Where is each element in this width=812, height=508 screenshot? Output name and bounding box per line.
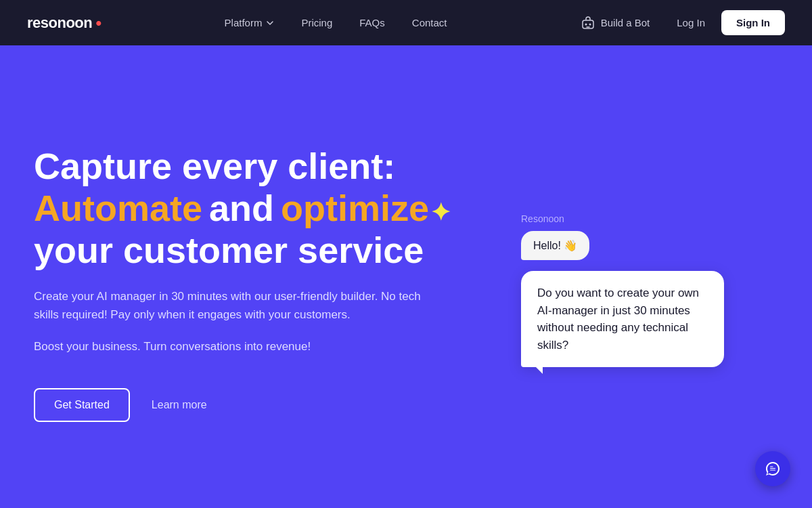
logo[interactable]: resonoon•	[27, 14, 102, 32]
sparkle-icon: ✦	[430, 198, 451, 226]
floating-chat-button[interactable]	[755, 451, 790, 486]
nav-pricing[interactable]: Pricing	[290, 12, 343, 34]
chat-question-bubble: Do you want to create your own AI-manage…	[521, 271, 724, 367]
nav-contact[interactable]: Contact	[401, 12, 458, 34]
chat-hello-bubble: Hello! 👋	[521, 231, 589, 260]
hero-title-line1: Capture every client:	[34, 145, 467, 187]
hero-title-line3: your customer service	[34, 229, 467, 271]
hero-section: Capture every client: Automate and optim…	[0, 45, 812, 508]
nav-links: Platform Pricing FAQs Contact	[214, 12, 458, 34]
hero-boost: Boost your business. Turn conversations …	[34, 337, 426, 356]
hero-title-line2: Automate and optimize✦	[34, 187, 467, 229]
nav-faqs[interactable]: FAQs	[348, 12, 396, 34]
hero-description: Create your AI manager in 30 minutes wit…	[34, 287, 426, 324]
nav-platform[interactable]: Platform	[214, 12, 286, 34]
hero-automate: Automate	[34, 187, 202, 229]
svg-point-1	[585, 23, 587, 25]
chevron-down-icon	[266, 19, 274, 27]
hero-chat: Resonoon Hello! 👋 Do you want to create …	[467, 186, 778, 367]
navbar: resonoon• Platform Pricing FAQs Contact	[0, 0, 812, 45]
chat-sender: Resonoon	[521, 213, 564, 224]
hero-title: Capture every client: Automate and optim…	[34, 145, 467, 271]
hero-content: Capture every client: Automate and optim…	[34, 131, 467, 423]
chat-support-icon	[765, 461, 781, 477]
login-button[interactable]: Log In	[666, 12, 716, 34]
hero-and: and	[209, 187, 274, 229]
hero-optimize: optimize✦	[281, 187, 451, 229]
nav-right: Build a Bot Log In Sign In	[570, 10, 785, 36]
hero-buttons: Get Started Learn more	[34, 388, 467, 422]
bot-icon	[581, 16, 595, 30]
build-bot-button[interactable]: Build a Bot	[570, 10, 661, 36]
logo-dot: •	[95, 14, 102, 32]
svg-point-2	[589, 23, 591, 25]
logo-text: resonoon	[27, 14, 92, 32]
get-started-button[interactable]: Get Started	[34, 388, 130, 422]
learn-more-link[interactable]: Learn more	[152, 399, 207, 411]
signin-button[interactable]: Sign In	[721, 10, 785, 35]
